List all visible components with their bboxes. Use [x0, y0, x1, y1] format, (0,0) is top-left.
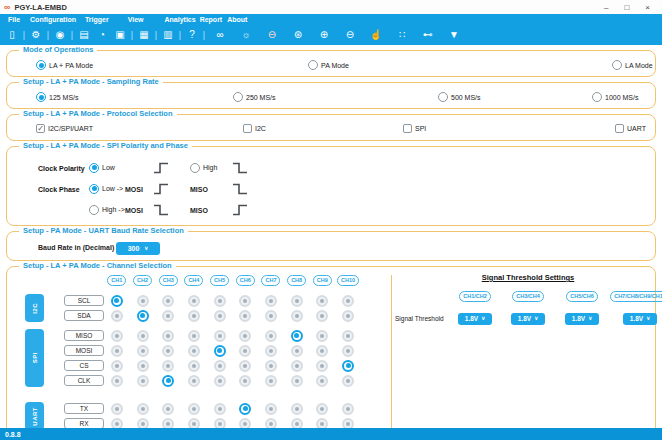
channel-radio-sda-ch5[interactable]	[214, 310, 226, 322]
menu-view[interactable]: View	[128, 16, 144, 23]
minimize-button[interactable]: –	[604, 3, 608, 12]
channel-radio-clk-ch9[interactable]	[316, 375, 328, 387]
radio-button[interactable]	[89, 163, 99, 173]
radio-button[interactable]	[89, 205, 99, 215]
channel-radio-sda-ch4[interactable]	[188, 310, 200, 322]
channel-radio-scl-ch8[interactable]	[291, 295, 303, 307]
new-file-icon[interactable]: ▯	[3, 30, 21, 40]
channel-radio-tx-ch1[interactable]	[111, 403, 123, 415]
connect-icon[interactable]: ⊛	[285, 30, 311, 40]
channel-radio-cs-ch8[interactable]	[291, 360, 303, 372]
channel-radio-miso-ch2[interactable]	[137, 330, 149, 342]
channel-radio-clk-ch10[interactable]	[342, 375, 354, 387]
threshold-dropdown[interactable]: 1.8V∨	[565, 313, 599, 325]
menu-analytics[interactable]: Analytics	[165, 16, 196, 23]
channel-radio-mosi-ch8[interactable]	[291, 345, 303, 357]
channel-radio-scl-ch9[interactable]	[316, 295, 328, 307]
filter-icon[interactable]: ▼	[441, 30, 467, 40]
sampling-rate-option[interactable]: 250 MS/s	[233, 92, 276, 102]
channel-radio-clk-ch4[interactable]	[188, 375, 200, 387]
radio-button[interactable]	[308, 60, 318, 70]
mode-option[interactable]: LA Mode	[612, 60, 653, 70]
clock-polarity-low-option[interactable]: Low	[89, 163, 115, 173]
protocol-option[interactable]: SPI	[403, 124, 426, 133]
fit-screen-icon[interactable]: ∷	[389, 30, 415, 40]
channel-radio-tx-ch5[interactable]	[214, 403, 226, 415]
radio-button[interactable]	[612, 60, 622, 70]
channel-radio-miso-ch4[interactable]	[188, 330, 200, 342]
channel-radio-cs-ch3[interactable]	[162, 360, 174, 372]
maximize-button[interactable]: □	[624, 3, 629, 12]
menu-configuration[interactable]: Configuration	[30, 16, 76, 23]
sampling-rate-option[interactable]: 500 MS/s	[438, 92, 481, 102]
zoom-in-icon[interactable]: ⊕	[311, 30, 337, 40]
channel-radio-cs-ch1[interactable]	[111, 360, 123, 372]
channel-radio-sda-ch9[interactable]	[316, 310, 328, 322]
radio-button[interactable]	[592, 92, 602, 102]
measure-icon[interactable]: ⊷	[415, 30, 441, 40]
checkbox[interactable]: ✓	[36, 124, 45, 133]
channel-radio-cs-ch6[interactable]	[239, 360, 251, 372]
checkbox[interactable]	[403, 124, 412, 133]
channel-radio-miso-ch7[interactable]	[265, 330, 277, 342]
protocol-window-icon[interactable]: ▣	[111, 30, 129, 40]
channel-radio-scl-ch3[interactable]	[162, 295, 174, 307]
channel-radio-mosi-ch4[interactable]	[188, 345, 200, 357]
settings-gear-icon[interactable]: ⚙	[27, 30, 45, 40]
channel-radio-tx-ch2[interactable]	[137, 403, 149, 415]
clock-phase-option[interactable]: High ->	[89, 205, 125, 215]
clock-polarity-high-option[interactable]: High	[190, 163, 217, 173]
channel-radio-cs-ch10[interactable]	[342, 360, 354, 372]
menu-file[interactable]: File	[8, 16, 20, 23]
channel-radio-miso-ch10[interactable]	[342, 330, 354, 342]
channel-radio-mosi-ch1[interactable]	[111, 345, 123, 357]
channel-radio-mosi-ch7[interactable]	[265, 345, 277, 357]
channel-radio-cs-ch4[interactable]	[188, 360, 200, 372]
channel-radio-mosi-ch5[interactable]	[214, 345, 226, 357]
threshold-dropdown[interactable]: 1.8V∨	[458, 313, 492, 325]
radio-button[interactable]	[190, 163, 200, 173]
mode-option[interactable]: LA + PA Mode	[36, 60, 93, 70]
channel-radio-scl-ch2[interactable]	[137, 295, 149, 307]
protocol-option[interactable]: ✓I2C/SPI/UART	[36, 124, 93, 133]
channel-radio-scl-ch7[interactable]	[265, 295, 277, 307]
channel-radio-mosi-ch6[interactable]	[239, 345, 251, 357]
protocol-option[interactable]: UART	[615, 124, 646, 133]
disconnect-icon[interactable]: ⊖	[259, 30, 285, 40]
channel-radio-sda-ch1[interactable]	[111, 310, 123, 322]
bulb-icon[interactable]: ☼	[233, 30, 259, 40]
baud-rate-dropdown[interactable]: 300 ∨	[116, 242, 160, 255]
channel-radio-scl-ch4[interactable]	[188, 295, 200, 307]
radio-button[interactable]	[233, 92, 243, 102]
channel-radio-mosi-ch9[interactable]	[316, 345, 328, 357]
channel-radio-tx-ch7[interactable]	[265, 403, 277, 415]
checkbox[interactable]	[243, 124, 252, 133]
link-icon[interactable]: ∞	[207, 30, 233, 40]
channel-radio-sda-ch8[interactable]	[291, 310, 303, 322]
channel-radio-tx-ch6[interactable]	[239, 403, 251, 415]
close-button[interactable]: ×	[645, 3, 650, 12]
channel-radio-miso-ch9[interactable]	[316, 330, 328, 342]
menu-report[interactable]: Report	[200, 16, 223, 23]
channel-radio-tx-ch3[interactable]	[162, 403, 174, 415]
channel-radio-sda-ch2[interactable]	[137, 310, 149, 322]
analytics-chart-icon[interactable]: ▦	[135, 30, 153, 40]
channel-radio-scl-ch10[interactable]	[342, 295, 354, 307]
channel-radio-scl-ch1[interactable]	[111, 295, 123, 307]
channel-radio-mosi-ch10[interactable]	[342, 345, 354, 357]
threshold-dropdown[interactable]: 1.8V∨	[623, 313, 657, 325]
protocol-option[interactable]: I2C	[243, 124, 266, 133]
mode-option[interactable]: PA Mode	[308, 60, 349, 70]
channel-radio-tx-ch4[interactable]	[188, 403, 200, 415]
help-icon[interactable]: ?	[183, 30, 201, 40]
clock-phase-option[interactable]: Low ->	[89, 184, 123, 194]
channel-radio-scl-ch5[interactable]	[214, 295, 226, 307]
channel-radio-mosi-ch3[interactable]	[162, 345, 174, 357]
channel-radio-clk-ch3[interactable]	[162, 375, 174, 387]
threshold-dropdown[interactable]: 1.8V∨	[511, 313, 545, 325]
notes-icon[interactable]: ▤	[75, 30, 93, 40]
channel-radio-miso-ch8[interactable]	[291, 330, 303, 342]
menu-about[interactable]: About	[227, 16, 247, 23]
channel-radio-sda-ch10[interactable]	[342, 310, 354, 322]
zoom-out-icon[interactable]: ⊖	[337, 30, 363, 40]
